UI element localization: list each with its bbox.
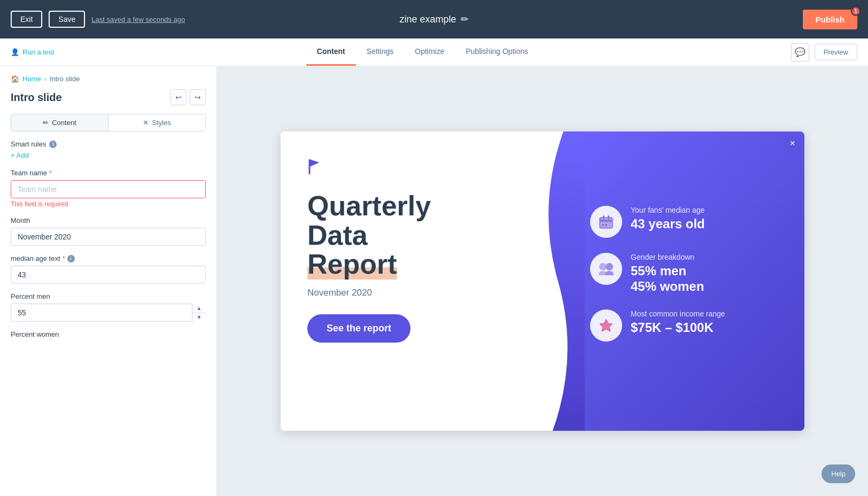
sub-nav-right: 💬 Preview: [791, 43, 857, 61]
publish-button[interactable]: Publish 1: [803, 10, 857, 29]
redo-button[interactable]: ↪: [190, 89, 206, 105]
slide-right: Your fans' median age 43 years old: [569, 131, 804, 431]
publish-badge: 1: [851, 6, 861, 16]
wave-divider: [531, 131, 585, 431]
breadcrumb: 🏠 Home › Intro slide: [11, 75, 206, 83]
add-rule-button[interactable]: + Add: [11, 151, 206, 159]
content-styles-tabs: ✏ Content ✕ Styles: [11, 114, 206, 131]
stat-item-income: Most common income range $75K – $100K: [590, 309, 783, 342]
chat-icon[interactable]: 💬: [791, 43, 809, 61]
slide-date: November 2020: [307, 288, 547, 298]
tab-content-sidebar[interactable]: ✏ Content: [11, 114, 108, 131]
info-icon: i: [49, 141, 57, 148]
tab-settings[interactable]: Settings: [356, 38, 405, 66]
smart-rules-label: Smart rules i: [11, 140, 206, 148]
team-name-input[interactable]: [11, 180, 206, 198]
save-button[interactable]: Save: [49, 11, 85, 28]
breadcrumb-home[interactable]: Home: [22, 75, 41, 83]
nav-tabs: Content Settings Optimize Publishing Opt…: [306, 38, 539, 66]
slide-close-button[interactable]: ✕: [785, 136, 800, 151]
stat-item-gender: Gender breakdown 55% men 45% women: [590, 253, 783, 294]
team-name-group: Team name * This field is required: [11, 169, 206, 208]
edit-icon[interactable]: ✏: [461, 13, 469, 25]
median-age-label: median age text * i: [11, 254, 206, 262]
pencil-icon: ✏: [43, 119, 49, 127]
svg-rect-5: [608, 215, 609, 220]
month-label: Month: [11, 216, 206, 224]
percent-women-label: Percent women: [11, 330, 206, 338]
stat-income-text: Most common income range $75K – $100K: [631, 309, 725, 336]
svg-rect-7: [605, 224, 607, 226]
home-icon: 🏠: [11, 75, 19, 83]
main-layout: 🏠 Home › Intro slide Intro slide ↩ ↪ ✏ C…: [0, 66, 868, 496]
stat-age-text: Your fans' median age 43 years old: [631, 206, 705, 232]
svg-marker-1: [309, 159, 319, 167]
smart-rules-section: Smart rules i + Add: [11, 140, 206, 159]
spinner-down-button[interactable]: ▼: [192, 313, 206, 322]
team-name-error: This field is required: [11, 200, 206, 208]
help-button[interactable]: Help: [821, 464, 855, 483]
slide-container: ✕ Quarterly Data Report November 2020 Se…: [281, 131, 804, 431]
tab-content[interactable]: Content: [306, 38, 356, 66]
svg-point-8: [599, 263, 607, 270]
percent-men-label: Percent men: [11, 292, 206, 300]
flag-icon: [307, 158, 322, 175]
median-age-input[interactable]: [11, 266, 206, 284]
svg-rect-3: [600, 220, 613, 222]
sidebar: 🏠 Home › Intro slide Intro slide ↩ ↪ ✏ C…: [0, 66, 217, 496]
median-age-group: median age text * i: [11, 254, 206, 284]
svg-point-9: [606, 263, 613, 270]
slide-left: Quarterly Data Report November 2020 See …: [281, 131, 569, 431]
slide-headline: Quarterly Data Report: [307, 191, 547, 279]
preview-area: ✕ Quarterly Data Report November 2020 Se…: [217, 66, 868, 496]
breadcrumb-current: Intro slide: [50, 75, 80, 83]
percent-men-spinner: ▲ ▼: [11, 304, 206, 322]
run-test-icon: 👤: [11, 48, 19, 56]
month-group: Month: [11, 216, 206, 246]
last-saved-label: Last saved a few seconds ago: [91, 15, 185, 24]
sub-nav: 👤 Run a test Content Settings Optimize P…: [0, 38, 868, 66]
svg-rect-6: [602, 224, 604, 226]
team-name-label: Team name *: [11, 169, 206, 177]
spinner-up-button[interactable]: ▲: [192, 304, 206, 313]
percent-women-group: Percent women: [11, 330, 206, 338]
median-age-info-icon: i: [67, 255, 75, 262]
page-title: zine example ✏: [399, 13, 468, 25]
undo-redo-group: ↩ ↪: [170, 89, 206, 105]
stat-gender-icon: [590, 253, 622, 285]
top-bar: Exit Save Last saved a few seconds ago z…: [0, 0, 868, 38]
svg-rect-4: [603, 215, 604, 220]
month-input[interactable]: [11, 228, 206, 246]
tab-publishing-options[interactable]: Publishing Options: [455, 38, 539, 66]
spinner-buttons: ▲ ▼: [192, 304, 206, 322]
slide-title-header: Intro slide ↩ ↪: [11, 89, 206, 105]
svg-rect-2: [600, 218, 613, 228]
tab-optimize[interactable]: Optimize: [404, 38, 455, 66]
stat-item-age: Your fans' median age 43 years old: [590, 206, 783, 238]
x-icon: ✕: [143, 119, 149, 127]
tab-styles-sidebar[interactable]: ✕ Styles: [108, 114, 205, 131]
svg-marker-10: [600, 319, 613, 331]
cta-button[interactable]: See the report: [307, 314, 410, 343]
undo-button[interactable]: ↩: [170, 89, 187, 105]
stat-gender-text: Gender breakdown 55% men 45% women: [631, 253, 704, 294]
stat-income-icon: [590, 309, 622, 342]
exit-button[interactable]: Exit: [11, 11, 42, 28]
run-test-button[interactable]: 👤 Run a test: [11, 48, 54, 56]
preview-button[interactable]: Preview: [815, 44, 857, 60]
stat-age-icon: [590, 206, 622, 238]
percent-men-group: Percent men ▲ ▼: [11, 292, 206, 322]
percent-men-input[interactable]: [11, 304, 206, 322]
